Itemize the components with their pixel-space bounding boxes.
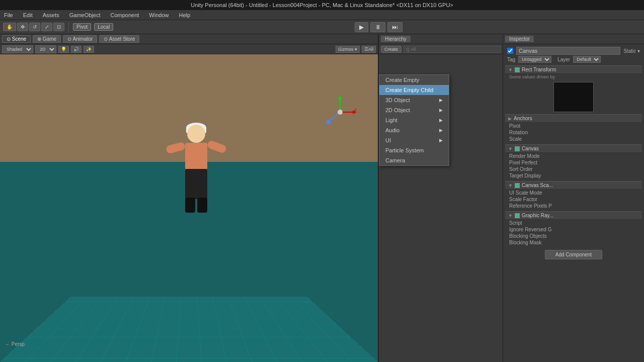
pivot-label: Pivot	[509, 123, 559, 129]
scene-lights-btn[interactable]: 💡	[58, 46, 69, 53]
create-dropdown-menu: Create Empty Create Empty Child 3D Objec…	[379, 74, 449, 166]
char-head	[187, 125, 205, 143]
char-boot-left	[185, 198, 195, 213]
ui-scale-mode-row: UI Scale Mode	[505, 190, 642, 196]
menu-2d-object[interactable]: 2D Object ▶	[379, 105, 449, 115]
menu-create-empty[interactable]: Create Empty	[379, 75, 449, 85]
scene-audio-btn[interactable]: 🔊	[71, 46, 82, 53]
pause-button[interactable]: ⏸	[370, 22, 385, 32]
anchors-header[interactable]: ▶ Anchors	[505, 114, 642, 123]
hand-tool[interactable]: ✋	[3, 23, 16, 31]
target-display-label: Target Display	[509, 173, 559, 178]
menu-file[interactable]: File	[2, 12, 15, 18]
play-button[interactable]: ▶	[355, 22, 368, 32]
script-label: Script	[509, 220, 559, 226]
menu-edit[interactable]: Edit	[21, 12, 35, 18]
menu-camera[interactable]: Camera	[379, 155, 449, 165]
pixel-perfect-row: Pixel Perfect	[505, 159, 642, 166]
anchors-arrow: ▶	[508, 116, 512, 121]
object-name-row: Static ▾	[505, 46, 642, 55]
toolbar-sep-1	[68, 22, 69, 32]
pivot-toggle[interactable]: Pivot	[73, 23, 91, 31]
sort-order-label: Sort Order	[509, 166, 559, 172]
canvas-scaler-section: ▼ Canvas Sca... UI Scale Mode Scale Fact…	[505, 181, 642, 209]
menu-create-empty-child[interactable]: Create Empty Child	[379, 85, 449, 95]
character-model	[166, 125, 226, 225]
tab-asset-store[interactable]: ⊙ Asset Store	[99, 35, 139, 43]
audio-arrow: ▶	[439, 128, 443, 133]
canvas-header[interactable]: ▼ Canvas	[505, 144, 642, 153]
menu-light[interactable]: Light ▶	[379, 115, 449, 125]
svg-text:Z: Z	[327, 119, 330, 123]
local-toggle[interactable]: Local	[94, 23, 113, 31]
light-arrow: ▶	[439, 118, 443, 123]
scene-gizmo[interactable]: Y X Z	[323, 95, 358, 130]
scale-tool[interactable]: ⤢	[41, 23, 52, 31]
canvas-label: Canvas	[522, 146, 539, 151]
scale-label: Scale	[509, 136, 559, 142]
hierarchy-create-btn[interactable]: Create	[381, 46, 401, 53]
tab-animator[interactable]: ⊙ Animator	[63, 35, 97, 43]
tab-scene[interactable]: ⊙ Scene	[2, 35, 31, 43]
menu-component[interactable]: Component	[108, 12, 141, 18]
inspector-content: Static ▾ Tag Untagged Layer Default ▼ Re…	[503, 44, 644, 362]
reference-pixels-row: Reference Pixels P	[505, 203, 642, 209]
scene-fx-btn[interactable]: ✨	[84, 46, 94, 53]
audio-label: Audio	[385, 127, 399, 133]
menu-bar: File Edit Assets GameObject Component Wi…	[0, 10, 644, 20]
window-title: Unity Personal (64bit) - Untitled - Less…	[191, 2, 453, 8]
menu-3d-object[interactable]: 3D Object ▶	[379, 95, 449, 105]
canvas-scaler-header[interactable]: ▼ Canvas Sca...	[505, 181, 642, 190]
char-arm-left	[166, 141, 186, 154]
menu-particle-system[interactable]: Particle System	[379, 145, 449, 155]
scale-row: Scale	[505, 136, 642, 142]
canvas-section: ▼ Canvas Render Mode Pixel Perfect Sort …	[505, 144, 642, 179]
3d-object-label: 3D Object	[385, 97, 410, 103]
move-tool[interactable]: ✥	[17, 23, 28, 31]
blocking-mask-row: Blocking Mask	[505, 239, 642, 246]
add-component-button[interactable]: Add Component	[545, 250, 602, 259]
pixel-perfect-label: Pixel Perfect	[509, 160, 559, 165]
tab-game[interactable]: ⊕ Game	[33, 35, 61, 43]
hierarchy-search[interactable]	[404, 46, 501, 53]
tab-hierarchy[interactable]: Hierarchy	[381, 36, 411, 42]
3d-object-arrow: ▶	[439, 98, 443, 103]
rotation-label: Rotation	[509, 130, 559, 135]
menu-help[interactable]: Help	[177, 12, 192, 18]
playmode-controls: ▶ ⏸ ⏭	[116, 22, 641, 32]
tag-select[interactable]: Untagged	[518, 56, 551, 63]
render-mode-row: Render Mode	[505, 153, 642, 159]
shading-dropdown[interactable]: Shaded	[2, 45, 33, 53]
object-active-checkbox[interactable]	[507, 48, 513, 54]
menu-window[interactable]: Window	[147, 12, 171, 18]
particle-system-label: Particle System	[385, 147, 424, 153]
canvas-arrow: ▼	[508, 146, 513, 151]
render-mode-label: Render Mode	[509, 153, 559, 159]
rotate-tool[interactable]: ↺	[29, 23, 40, 31]
script-row: Script	[505, 220, 642, 226]
layer-select[interactable]: Default	[573, 56, 601, 63]
char-arm-right	[206, 140, 227, 154]
rect-tool[interactable]: ⊡	[53, 23, 64, 31]
svg-point-6	[338, 110, 343, 115]
tab-inspector[interactable]: Inspector	[505, 36, 534, 42]
rect-transform-header[interactable]: ▼ Rect Transform	[505, 65, 642, 74]
ui-arrow: ▶	[439, 138, 443, 143]
all-dropdown[interactable]: ☰All	[362, 46, 376, 53]
char-boot-right	[197, 198, 207, 213]
2d-object-arrow: ▶	[439, 108, 443, 113]
scene-viewport[interactable]: Y X Z ← Persp	[0, 54, 378, 362]
rect-transform-note: Some values driven by	[505, 74, 642, 80]
dimension-dropdown[interactable]: 2D	[35, 45, 56, 53]
ignore-reversed-row: Ignore Reversed G	[505, 226, 642, 233]
menu-assets[interactable]: Assets	[41, 12, 61, 18]
gizmos-dropdown[interactable]: Gizmos ▾	[336, 46, 360, 53]
graphic-raycaster-header[interactable]: ▼ Graphic Ray...	[505, 211, 642, 220]
object-name-input[interactable]	[516, 47, 620, 55]
menu-ui[interactable]: UI ▶	[379, 135, 449, 145]
target-display-row: Target Display	[505, 172, 642, 179]
hierarchy-content: Create Empty Create Empty Child 3D Objec…	[379, 54, 503, 362]
step-button[interactable]: ⏭	[387, 22, 403, 32]
menu-gameobject[interactable]: GameObject	[67, 12, 103, 18]
menu-audio[interactable]: Audio ▶	[379, 125, 449, 135]
